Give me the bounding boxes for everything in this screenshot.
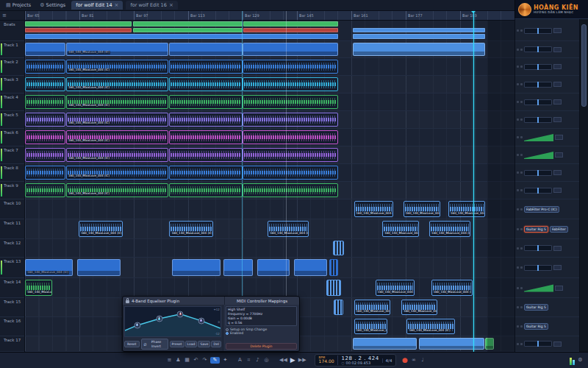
audio-clip[interactable] bbox=[25, 183, 65, 197]
audio-clip[interactable] bbox=[334, 300, 343, 315]
track-lane-track-8[interactable]: 160_140_MixxLove_004 (IC) bbox=[25, 164, 514, 182]
mute-dot[interactable] bbox=[517, 101, 519, 103]
track-lane-track-12[interactable] bbox=[25, 239, 514, 258]
tempo-display[interactable]: BPM 174.00 bbox=[319, 356, 334, 364]
audio-clip[interactable] bbox=[485, 338, 494, 350]
track-header-track-10[interactable]: Track 10 bbox=[0, 199, 24, 219]
track-lane-track-10[interactable]: 160_140_MixxLove_004 (IC)160_140_MixxLov… bbox=[25, 199, 514, 219]
fader-handle[interactable] bbox=[537, 265, 539, 271]
track-header-track-9[interactable]: Track 9 bbox=[0, 182, 24, 199]
track-header-track-2[interactable]: Track 2 bbox=[0, 58, 24, 76]
mute-dot[interactable] bbox=[517, 154, 519, 156]
fader-handle[interactable] bbox=[537, 28, 539, 34]
audio-clip[interactable]: 160_140_MixxLove_004 (IC) bbox=[66, 148, 168, 162]
volume-fader[interactable] bbox=[524, 188, 552, 194]
solo-dot[interactable] bbox=[520, 325, 523, 328]
audio-clip[interactable] bbox=[25, 148, 65, 162]
pan-control[interactable] bbox=[555, 152, 563, 158]
highlight-tool-icon[interactable]: ✦ bbox=[222, 358, 229, 364]
solo-dot[interactable] bbox=[520, 66, 523, 68]
track-lane-track-4[interactable]: 160_140_MixxLove_004 (IC) bbox=[25, 93, 514, 111]
eq-band-knob-1[interactable] bbox=[134, 322, 140, 328]
solo-dot[interactable] bbox=[520, 266, 523, 269]
volume-fader[interactable] bbox=[524, 117, 552, 123]
track-lane-track-3[interactable]: 160_140_MixxLove_004 (IC) bbox=[25, 76, 514, 93]
del-preset-button[interactable]: Del bbox=[211, 341, 220, 347]
solo-dot[interactable] bbox=[520, 154, 523, 156]
track-header-track-1[interactable]: Track 1 bbox=[0, 41, 24, 58]
audio-clip[interactable] bbox=[223, 259, 253, 276]
record-button[interactable]: ● bbox=[401, 357, 408, 364]
volume-fader[interactable] bbox=[524, 82, 552, 88]
audio-clip[interactable]: 160_140_MixxLove_004 (IC) bbox=[66, 113, 168, 127]
track-list-menu[interactable]: ≡ bbox=[0, 11, 24, 21]
volume-fader[interactable] bbox=[524, 28, 552, 34]
mute-dot[interactable] bbox=[517, 266, 519, 269]
solo-dot[interactable] bbox=[520, 171, 523, 174]
solo-dot[interactable] bbox=[520, 306, 523, 308]
mute-dot[interactable] bbox=[517, 343, 519, 345]
plugin-chip[interactable]: Guitar Rig 5 bbox=[524, 226, 548, 233]
audio-clip[interactable] bbox=[25, 60, 65, 74]
load-preset-button[interactable]: Load bbox=[185, 341, 198, 347]
preset-preset-button[interactable]: Preset bbox=[170, 341, 184, 347]
track-header-track-5[interactable]: Track 5 bbox=[0, 111, 24, 129]
audio-clip[interactable] bbox=[25, 21, 132, 26]
audio-clip[interactable] bbox=[243, 95, 337, 109]
radio-button[interactable] bbox=[226, 332, 229, 335]
audio-clip[interactable] bbox=[243, 43, 337, 56]
audio-clip[interactable]: 160_140_MixxLove_004 (IC) bbox=[268, 221, 309, 237]
fader-handle[interactable] bbox=[537, 117, 539, 123]
solo-dot[interactable] bbox=[520, 83, 523, 85]
audio-clip[interactable] bbox=[169, 77, 243, 91]
metronome-icon[interactable]: ♩ bbox=[419, 358, 426, 364]
audio-clip[interactable] bbox=[169, 183, 243, 197]
reset-button[interactable]: Reset bbox=[124, 341, 140, 347]
track-header-beats[interactable]: Beats bbox=[0, 21, 24, 41]
fader-handle[interactable] bbox=[537, 99, 539, 105]
mute-dot[interactable] bbox=[517, 247, 519, 250]
pan-control[interactable] bbox=[553, 170, 562, 175]
track-lane-track-1[interactable]: 160_140_MixxLove_004 (IC) bbox=[25, 41, 514, 58]
audio-clip[interactable] bbox=[25, 34, 338, 39]
audio-clip[interactable]: 160_140_MixxLove_004 (IC) bbox=[448, 201, 485, 217]
audio-clip[interactable] bbox=[25, 113, 65, 127]
mute-dot[interactable] bbox=[517, 49, 519, 51]
volume-fader[interactable] bbox=[524, 265, 552, 271]
pan-control[interactable] bbox=[553, 64, 562, 69]
audio-clip[interactable]: 160_140_MixxLove_004 (IC) bbox=[431, 280, 473, 296]
audio-clip[interactable]: 160_140_MixxLove_004 (IC) bbox=[66, 130, 168, 144]
pan-control[interactable] bbox=[553, 265, 562, 270]
mute-dot[interactable] bbox=[517, 208, 519, 210]
audio-clip[interactable] bbox=[25, 43, 65, 56]
monitor-icon[interactable]: ◎ bbox=[263, 358, 270, 364]
solo-dot[interactable] bbox=[520, 287, 523, 289]
audio-clip[interactable] bbox=[169, 43, 243, 56]
audio-clip[interactable] bbox=[169, 95, 243, 109]
track-header-track-11[interactable]: Track 11 bbox=[0, 219, 24, 239]
audio-clip[interactable]: 160_140_MixxLove_004 (IC) bbox=[66, 60, 168, 74]
mute-dot[interactable] bbox=[517, 189, 519, 191]
plugin-window-titlebar[interactable]: 4-Band Equaliser Plugin bbox=[123, 297, 225, 305]
audio-clip[interactable]: 160_140_MixxLove_004 (IC) bbox=[66, 77, 168, 91]
eq-curve-display[interactable]: +120-12 bbox=[124, 306, 221, 337]
track-lane-track-2[interactable]: 160_140_MixxLove_004 (IC) bbox=[25, 58, 514, 76]
time-signature[interactable]: 4/4 bbox=[382, 358, 392, 363]
audio-clip[interactable] bbox=[243, 60, 337, 74]
mute-dot[interactable] bbox=[517, 29, 519, 32]
pan-control[interactable] bbox=[553, 28, 562, 33]
track-header-track-15[interactable]: Track 15 bbox=[0, 298, 24, 317]
volume-fader[interactable] bbox=[524, 46, 552, 52]
track-header-track-14[interactable]: Track 14 bbox=[0, 278, 24, 298]
tab-for-wolf-edit-14[interactable]: for wolf Edit 14 × bbox=[71, 1, 123, 10]
audio-clip[interactable] bbox=[133, 28, 243, 33]
solo-dot[interactable] bbox=[520, 136, 523, 138]
close-tab-icon[interactable]: × bbox=[115, 2, 119, 8]
audio-clip[interactable] bbox=[169, 130, 243, 144]
mute-dot[interactable] bbox=[517, 66, 519, 68]
delete-plugin-button[interactable]: Delete Plugin bbox=[226, 343, 297, 350]
plugin-chip[interactable]: Guitar Rig 5 bbox=[524, 304, 548, 311]
audio-clip[interactable] bbox=[169, 60, 243, 74]
audio-clip[interactable]: 160_140_MixxLove_004 (IC) bbox=[354, 300, 391, 315]
track-header-track-12[interactable]: Track 12 bbox=[0, 239, 24, 258]
